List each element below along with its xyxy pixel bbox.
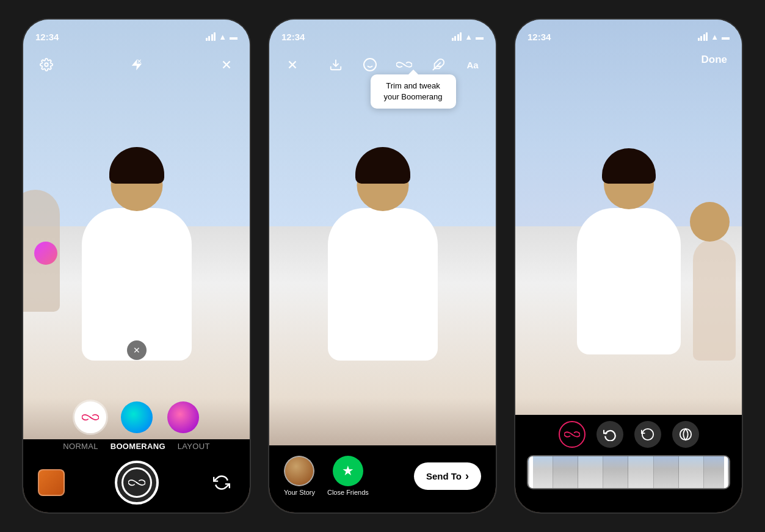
signal-icon-1 <box>206 32 216 41</box>
capture-close-x[interactable]: ✕ <box>127 340 147 360</box>
close-friends-label: Close Friends <box>327 489 369 496</box>
shutter-button[interactable] <box>115 461 159 505</box>
boomerang-filter-btn[interactable] <box>74 401 106 433</box>
battery-icon-2: ▬ <box>476 32 484 41</box>
phones-container: 12:34 ▲ ▬ <box>22 18 743 514</box>
effect-buttons-row <box>559 421 699 448</box>
status-bar-1: 12:34 ▲ ▬ <box>23 20 250 46</box>
person-shirt-3 <box>577 208 681 354</box>
download-button[interactable] <box>325 54 347 76</box>
text-button[interactable]: Aa <box>462 54 484 76</box>
pink-filter-btn[interactable] <box>167 401 199 433</box>
timeline-handle-left[interactable] <box>529 456 533 488</box>
status-icons-3: ▲ ▬ <box>698 32 730 41</box>
send-to-button[interactable]: Send To › <box>414 462 481 490</box>
timeline-frame-3 <box>578 456 603 488</box>
send-to-label: Send To <box>426 471 462 481</box>
person-shirt-2 <box>328 208 438 361</box>
phone1-top-controls: ✕ <box>23 46 250 83</box>
chevron-right-icon: › <box>465 470 469 483</box>
flip-camera-button[interactable] <box>208 469 235 496</box>
tooltip-box: Trim and tweak your Boomerang <box>371 74 456 109</box>
your-story-item[interactable]: Your Story <box>284 456 315 496</box>
status-icons-2: ▲ ▬ <box>452 32 484 41</box>
phone3-top-controls: Done <box>515 46 742 73</box>
phone-3: 12:34 ▲ ▬ Done <box>514 18 743 514</box>
timeline-strip[interactable] <box>527 455 731 489</box>
story-ring <box>284 456 314 486</box>
mode-normal[interactable]: NORMAL <box>63 442 98 451</box>
right-icons: Aa <box>325 54 484 76</box>
gallery-thumbnail[interactable] <box>38 469 65 496</box>
share-row: Your Story ★ Close Friends Send To › <box>269 456 496 496</box>
mode-selector: NORMAL BOOMERANG LAYOUT <box>63 442 209 451</box>
status-time-1: 12:34 <box>35 32 59 42</box>
svg-point-0 <box>45 63 48 66</box>
filter-buttons <box>23 401 250 433</box>
tooltip-container: Trim and tweak your Boomerang <box>371 74 456 109</box>
draw-button[interactable] <box>427 54 449 76</box>
reverse-effect-btn[interactable] <box>596 421 623 448</box>
timeline-handle-right[interactable] <box>724 456 728 488</box>
close-friends-avatar: ★ <box>333 456 363 486</box>
boomerang-icon <box>121 467 152 498</box>
done-button[interactable]: Done <box>702 54 728 66</box>
wifi-icon-3: ▲ <box>711 32 719 41</box>
status-time-2: 12:34 <box>281 32 305 42</box>
timeline-frame-7 <box>679 456 704 488</box>
timeline-frame-4 <box>603 456 628 488</box>
mode-boomerang[interactable]: BOOMERANG <box>111 442 165 451</box>
close-friends-item[interactable]: ★ Close Friends <box>327 456 369 496</box>
your-story-label: Your Story <box>284 489 315 496</box>
svg-point-11 <box>642 429 653 440</box>
avatar-group: Your Story ★ Close Friends <box>284 456 369 496</box>
star-icon: ★ <box>342 463 354 479</box>
wifi-icon-1: ▲ <box>219 32 227 41</box>
timeline-frame-5 <box>628 456 653 488</box>
status-bar-3: 12:34 ▲ ▬ <box>515 20 742 46</box>
status-icons-1: ▲ ▬ <box>206 32 237 41</box>
tooltip-text: Trim and tweak your Boomerang <box>383 81 442 101</box>
signal-icon-2 <box>452 32 462 41</box>
slowmo-effect-btn[interactable] <box>634 421 661 448</box>
close-button-2[interactable] <box>281 54 303 76</box>
phone1-background <box>23 20 250 512</box>
right-head <box>690 202 730 242</box>
battery-icon-3: ▬ <box>722 32 730 41</box>
person-shirt <box>82 208 192 361</box>
mode-layout[interactable]: LAYOUT <box>178 442 210 451</box>
svg-point-12 <box>680 429 691 440</box>
timeline-frame-6 <box>654 456 679 488</box>
signal-icon-3 <box>698 32 708 41</box>
phone-2: 12:34 ▲ ▬ <box>268 18 497 514</box>
shutter-area <box>23 461 250 505</box>
phone2-bottom-bar: Your Story ★ Close Friends Send To › <box>269 445 496 512</box>
your-story-avatar <box>284 456 314 486</box>
close-button-1[interactable] <box>216 54 237 76</box>
phone3-bottom-bar <box>515 415 742 512</box>
status-time-3: 12:34 <box>528 32 551 42</box>
right-person <box>693 239 736 361</box>
wifi-icon-2: ▲ <box>465 32 473 41</box>
flash-button[interactable]: ✕ <box>126 54 148 76</box>
phone1-bottom-bar: NORMAL BOOMERANG LAYOUT <box>23 439 250 512</box>
side-effect-btn[interactable] <box>34 242 57 265</box>
sticker-button[interactable] <box>359 54 381 76</box>
settings-button[interactable] <box>35 54 57 76</box>
echo-effect-btn[interactable] <box>672 421 699 448</box>
status-bar-2: 12:34 ▲ ▬ <box>269 20 496 46</box>
teal-filter-btn[interactable] <box>121 401 153 433</box>
timeline-frame-2 <box>553 456 578 488</box>
battery-icon-1: ▬ <box>230 32 237 41</box>
phone-1: 12:34 ▲ ▬ <box>22 18 251 514</box>
infinity-effect-btn[interactable] <box>559 421 586 448</box>
svg-point-6 <box>364 59 376 71</box>
